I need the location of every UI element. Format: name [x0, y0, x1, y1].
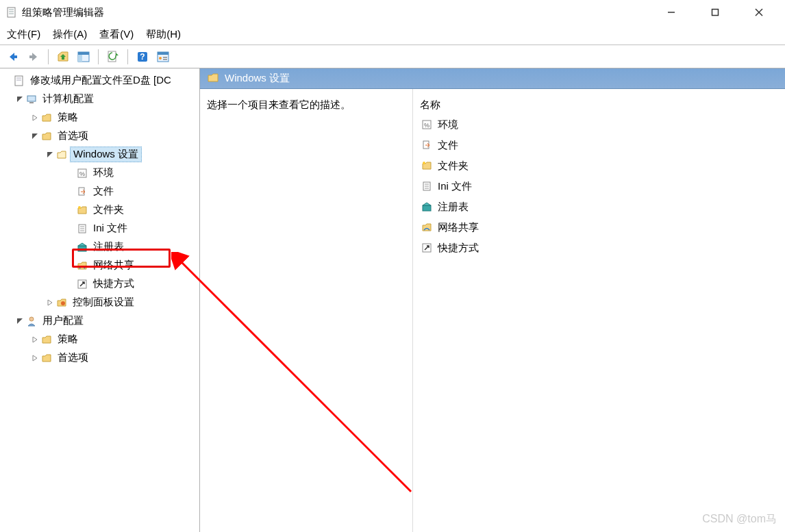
close-button[interactable] [745, 3, 773, 22]
list-item-label: 注册表 [438, 201, 469, 214]
collapse-icon[interactable] [30, 133, 40, 140]
svg-text:?: ? [140, 52, 145, 62]
expand-icon[interactable] [45, 299, 55, 306]
folder-star-icon [420, 160, 434, 171]
tree-preferences[interactable]: 首选项 [0, 127, 199, 145]
right-panel: Windows 设置 选择一个项目来查看它的描述。 名称 % 环境 文 [200, 68, 785, 532]
tree-user-policy[interactable]: 策略 [0, 330, 199, 349]
svg-rect-24 [27, 96, 36, 101]
svg-point-38 [29, 317, 34, 321]
tree-label: Windows 设置 [70, 147, 142, 162]
content-header-title: Windows 设置 [225, 72, 290, 85]
show-hide-tree-button[interactable] [75, 48, 92, 66]
expand-icon[interactable] [30, 336, 40, 343]
tree-shortcut[interactable]: 快捷方式 [0, 275, 199, 293]
svg-point-29 [78, 206, 81, 209]
up-button[interactable] [54, 48, 72, 66]
back-button[interactable] [4, 48, 22, 66]
tree-computer-config[interactable]: 计算机配置 [0, 90, 199, 108]
env-icon: % [420, 119, 434, 130]
tree-policy[interactable]: 策略 [0, 108, 199, 127]
svg-point-42 [423, 162, 425, 164]
minimize-button[interactable] [658, 3, 685, 22]
list-item-label: 文件 [438, 139, 458, 152]
tree-user-config[interactable]: 用户配置 [0, 312, 199, 330]
list-item-ini[interactable]: Ini 文件 [413, 176, 785, 197]
svg-rect-12 [78, 55, 82, 62]
list-item-label: 快捷方式 [438, 242, 479, 255]
list-item-shortcut[interactable]: 快捷方式 [413, 238, 785, 258]
menu-help[interactable]: 帮助(H) [146, 28, 181, 41]
svg-text:%: % [424, 122, 429, 129]
window-title: 组策略管理编辑器 [22, 6, 104, 19]
svg-text:%: % [79, 170, 85, 177]
list-item-label: 网络共享 [438, 221, 479, 234]
svg-rect-8 [14, 55, 17, 58]
shortcut-icon [75, 279, 89, 290]
forward-button[interactable] [25, 48, 42, 66]
netshare-icon [420, 222, 434, 233]
tree-label: 控制面板设置 [70, 295, 137, 309]
tree-label: 用户配置 [40, 314, 86, 328]
toolbar: ? [0, 45, 785, 68]
folder-icon [40, 131, 53, 142]
expand-icon[interactable] [30, 355, 40, 362]
svg-rect-5 [712, 10, 719, 16]
folder-open-icon [55, 149, 68, 160]
refresh-button[interactable] [104, 48, 122, 66]
list-item-env[interactable]: % 环境 [413, 114, 785, 135]
registry-icon [420, 201, 434, 212]
tree-env[interactable]: % 环境 [0, 164, 199, 182]
tree-label: 策略 [55, 332, 81, 346]
svg-rect-19 [163, 57, 167, 58]
tree-root-label: 修改域用户配置文件至D盘 [DC [27, 73, 174, 88]
tree-label: 快捷方式 [90, 277, 137, 291]
menu-view[interactable]: 查看(V) [99, 28, 134, 41]
tree-label: 首选项 [55, 129, 91, 143]
tree-files[interactable]: 文件 [0, 182, 199, 201]
collapse-icon[interactable] [15, 96, 25, 103]
folder-star-icon [75, 205, 89, 216]
tree-label: Ini 文件 [90, 221, 130, 236]
tree-panel: 修改域用户配置文件至D盘 [DC 计算机配置 策略 [0, 68, 200, 532]
collapse-icon[interactable] [15, 318, 25, 325]
expand-icon[interactable] [30, 114, 40, 121]
files-icon [75, 186, 89, 197]
list-item-files[interactable]: 文件 [413, 135, 785, 155]
svg-marker-48 [423, 203, 431, 205]
tree-user-pref[interactable]: 首选项 [0, 349, 199, 367]
svg-line-6 [756, 9, 762, 16]
list-item-netshare[interactable]: 网络共享 [413, 217, 785, 238]
shortcut-icon [420, 242, 434, 253]
svg-rect-0 [8, 8, 15, 17]
column-header-name[interactable]: 名称 [413, 96, 785, 114]
help-button[interactable]: ? [134, 48, 151, 66]
svg-rect-9 [29, 55, 32, 58]
tree-root[interactable]: 修改域用户配置文件至D盘 [DC [0, 71, 199, 90]
svg-point-37 [61, 301, 65, 305]
collapse-icon[interactable] [45, 151, 55, 158]
menu-file[interactable]: 文件(F) [7, 28, 40, 41]
svg-rect-21 [15, 76, 23, 86]
folder-icon [40, 353, 53, 364]
list-item-label: 文件夹 [438, 160, 469, 173]
maximize-button[interactable] [701, 3, 729, 22]
properties-button[interactable] [154, 48, 172, 66]
list-item-registry[interactable]: 注册表 [413, 197, 785, 217]
titlebar: 组策略管理编辑器 [0, 0, 785, 25]
tree-ini[interactable]: Ini 文件 [0, 219, 199, 238]
svg-line-7 [756, 9, 762, 16]
watermark: CSDN @tom马 [702, 512, 777, 527]
menu-action[interactable]: 操作(A) [53, 28, 87, 41]
tree-label: 文件 [90, 184, 116, 199]
svg-rect-20 [163, 59, 167, 60]
control-panel-icon [55, 297, 68, 308]
ini-icon [75, 223, 89, 234]
tree-cp-settings[interactable]: 控制面板设置 [0, 293, 199, 312]
tree-folders[interactable]: 文件夹 [0, 201, 199, 219]
files-icon [420, 140, 434, 151]
policy-doc-icon [12, 75, 26, 86]
list-item-folders[interactable]: 文件夹 [413, 155, 785, 176]
computer-icon [25, 94, 38, 105]
tree-windows-settings[interactable]: Windows 设置 [0, 145, 199, 164]
